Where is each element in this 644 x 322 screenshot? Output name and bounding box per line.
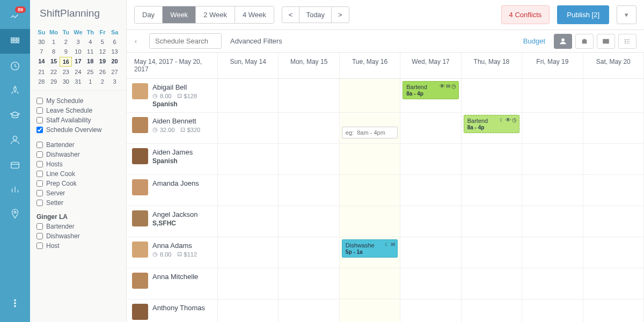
schedule-cell[interactable] <box>218 299 279 322</box>
cal-day[interactable]: 20 <box>108 57 121 67</box>
cal-day[interactable]: 12 <box>97 47 109 56</box>
filter-checkbox[interactable] <box>36 151 43 158</box>
rail-dashboard[interactable]: 89 <box>0 4 30 29</box>
cal-day[interactable]: 7 <box>35 47 48 56</box>
cal-day[interactable]: 29 <box>48 77 60 86</box>
cal-day[interactable]: 4 <box>84 38 97 46</box>
schedule-cell[interactable] <box>522 113 583 144</box>
cal-day[interactable]: 11 <box>84 47 97 56</box>
filter-checkbox[interactable] <box>36 233 43 239</box>
schedule-cell[interactable] <box>218 237 279 268</box>
schedule-cell[interactable] <box>522 268 583 299</box>
schedule-cell[interactable]: Dishwashe5p - 1a☾✉ <box>340 237 400 268</box>
rail-training[interactable] <box>0 103 30 128</box>
schedule-cell[interactable] <box>400 237 461 268</box>
schedule-cell[interactable] <box>400 113 461 144</box>
schedule-cell[interactable] <box>462 79 522 113</box>
filter-checkbox[interactable] <box>36 180 43 187</box>
schedule-cell[interactable] <box>279 113 339 144</box>
schedule-cell[interactable] <box>583 299 644 322</box>
view-card-icon[interactable] <box>597 34 615 49</box>
schedule-cell[interactable] <box>340 175 400 206</box>
filter-checkbox[interactable] <box>36 171 43 177</box>
filter-checkbox[interactable] <box>36 98 43 104</box>
employee-row-header[interactable]: Anthony Thomas <box>127 299 218 322</box>
schedule-cell[interactable] <box>279 144 339 175</box>
filter-checkbox[interactable] <box>36 223 43 230</box>
filter-checkbox[interactable] <box>36 161 43 167</box>
filter-checkbox[interactable] <box>36 142 43 148</box>
filter-checkbox[interactable] <box>36 190 43 196</box>
cal-day[interactable]: 31 <box>72 77 84 86</box>
filter-loc-position[interactable]: Dishwasher <box>36 231 120 241</box>
cal-day[interactable]: 3 <box>72 38 84 46</box>
view-employee-icon[interactable] <box>554 34 572 49</box>
schedule-cell[interactable] <box>522 79 583 113</box>
schedule-cell[interactable] <box>522 144 583 175</box>
employee-row-header[interactable]: Abigail Bell◷ 8.00 ⊡ $128Spanish <box>127 79 218 113</box>
filter-position[interactable]: Prep Cook <box>36 179 120 188</box>
publish-button[interactable]: Publish [2] <box>557 5 609 24</box>
view-2week[interactable]: 2 Week <box>196 6 235 23</box>
cal-day[interactable]: 10 <box>72 47 84 56</box>
cal-day[interactable]: 1 <box>84 77 97 86</box>
cal-day[interactable]: 19 <box>97 57 109 67</box>
cal-day[interactable]: 9 <box>60 47 72 56</box>
publish-dropdown[interactable]: ▾ <box>617 5 636 24</box>
collapse-sidebar-icon[interactable]: ‹ <box>131 36 141 46</box>
shift-block[interactable]: Bartend8a - 4p☾👁◷ <box>464 115 519 133</box>
filter-view[interactable]: Staff Availability <box>36 115 120 125</box>
schedule-cell[interactable] <box>462 237 522 268</box>
cal-day[interactable]: 26 <box>97 68 109 76</box>
schedule-cell[interactable] <box>340 268 400 299</box>
cal-day[interactable]: 15 <box>48 57 60 67</box>
schedule-cell[interactable] <box>462 175 522 206</box>
cal-day[interactable]: 22 <box>48 68 60 76</box>
cal-day[interactable]: 3 <box>108 77 121 86</box>
schedule-cell[interactable] <box>462 144 522 175</box>
cal-day[interactable]: 30 <box>60 77 72 86</box>
filter-loc-position[interactable]: Host <box>36 241 120 251</box>
filter-position[interactable]: Hosts <box>36 159 120 169</box>
schedule-cell[interactable] <box>583 79 644 113</box>
shift-block[interactable]: Bartend8a - 4p👁✉◷ <box>402 81 458 99</box>
schedule-cell[interactable] <box>522 237 583 268</box>
schedule-cell[interactable] <box>340 79 400 113</box>
filter-checkbox[interactable] <box>36 127 43 133</box>
schedule-cell[interactable]: Bartend8a - 4p☾👁◷ <box>462 113 522 144</box>
filter-checkbox[interactable] <box>36 200 43 206</box>
schedule-cell[interactable] <box>462 299 522 322</box>
filter-view[interactable]: Leave Schedule <box>36 106 120 115</box>
rail-staff[interactable] <box>0 128 30 152</box>
schedule-cell[interactable] <box>279 206 339 237</box>
shift-block[interactable]: Dishwashe5p - 1a☾✉ <box>342 239 398 258</box>
rail-payroll[interactable] <box>0 152 30 177</box>
cal-day[interactable]: 21 <box>35 68 48 76</box>
advanced-filters-link[interactable]: Advanced Filters <box>230 37 282 45</box>
cal-day[interactable]: 28 <box>35 77 48 86</box>
shift-time-input[interactable] <box>342 127 398 138</box>
employee-row-header[interactable]: Aiden Bennett◷ 32.00 ⊡ $320 <box>127 113 218 144</box>
view-position-icon[interactable] <box>575 34 594 49</box>
cal-day[interactable]: 5 <box>97 38 109 46</box>
cal-day[interactable]: 14 <box>35 57 48 67</box>
schedule-cell[interactable] <box>279 175 339 206</box>
schedule-cell[interactable] <box>279 268 339 299</box>
rail-schedule[interactable] <box>0 29 30 54</box>
today-button[interactable]: Today <box>299 6 332 23</box>
schedule-cell[interactable] <box>340 299 400 322</box>
filter-position[interactable]: Line Cook <box>36 169 120 179</box>
filter-view[interactable]: My Schedule <box>36 96 120 106</box>
schedule-cell[interactable] <box>340 206 400 237</box>
rail-reports[interactable] <box>0 177 30 202</box>
schedule-cell[interactable] <box>279 79 339 113</box>
cal-day[interactable]: 17 <box>72 57 84 67</box>
view-4week[interactable]: 4 Week <box>235 6 274 23</box>
rail-more[interactable] <box>0 291 30 316</box>
schedule-cell[interactable] <box>522 206 583 237</box>
cal-day[interactable]: 6 <box>108 38 121 46</box>
cal-day[interactable]: 13 <box>108 47 121 56</box>
schedule-cell[interactable] <box>583 206 644 237</box>
cal-day[interactable]: 24 <box>72 68 84 76</box>
filter-checkbox[interactable] <box>36 243 43 249</box>
